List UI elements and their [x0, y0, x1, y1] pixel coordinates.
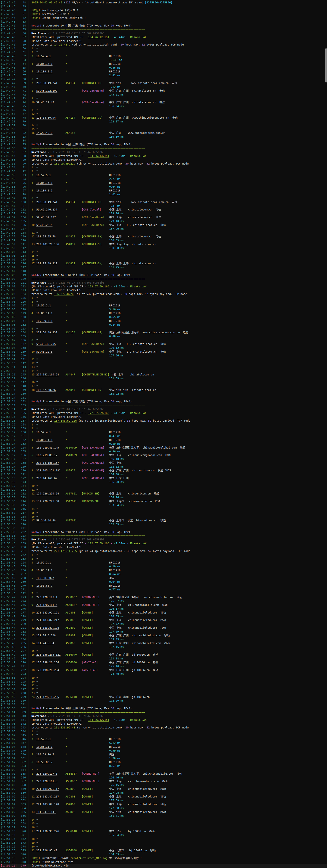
- log-line: [17:49:45]65 0.46 ms: [0, 66, 327, 70]
- line-content: 13 121.14.50.94 AS4134 [CHINANET-GD] 中国 …: [28, 116, 327, 120]
- log-segment: 中国 上海 I-C chinatelecom.cn 电信: [109, 350, 166, 353]
- log-segment: 2025-04-02 09:49:42: [31, 1, 62, 4]
- log-segment: RFC1918: [109, 312, 121, 315]
- log-segment: IP Geo Data Provider: LeoMoeAPI: [31, 288, 82, 292]
- log-segment: AS4134: [65, 331, 75, 334]
- gutter-timestamp: [17:50:55]: [0, 707, 17, 710]
- scrollbar-thumb[interactable]: [325, 48, 327, 83]
- gutter-line-number: 369: [17, 826, 26, 829]
- log-segment: 210.14.186.137: [36, 461, 59, 464]
- log-segment: AS9808: [65, 626, 75, 629]
- gutter-line-number: 283: [17, 633, 26, 638]
- log-line: [17:49:58]10811 *: [0, 231, 327, 235]
- log-segment: 174.30 ms: [109, 672, 124, 676]
- gutter-timestamp: [17:49:47]: [0, 81, 17, 85]
- gutter-timestamp: [17:50:33]: [0, 526, 17, 530]
- log-segment: 106.37.68.26: [54, 292, 73, 296]
- log-line: [17:50:17]1592 *: [0, 427, 327, 430]
- log-segment: 11: [31, 108, 35, 112]
- gutter-timestamp: [17:50:49]: [0, 649, 17, 653]
- gutter-timestamp: [17:50:18]: [0, 469, 17, 472]
- log-line: [17:50:04]1251 *: [0, 296, 327, 300]
- gutter-line-number: 291: [17, 664, 26, 668]
- log-segment: [31, 177, 109, 181]
- log-segment: [33, 584, 36, 587]
- gutter-line-number: 293: [17, 672, 26, 676]
- log-segment: 218.30.49.237: [36, 331, 58, 334]
- line-content: 20 *: [28, 845, 327, 848]
- gutter-timestamp: [17:51:16]: [0, 848, 17, 852]
- log-line: [17:49:45]623 10.52.4.1 * RFC1918: [0, 54, 327, 58]
- log-segment: -: [109, 411, 114, 414]
- log-segment: No:: [31, 143, 36, 146]
- line-content: 0.64 ms: [28, 185, 327, 189]
- line-content: 11 221.183.87.217 AS9808 [CMNET] 中国 上海 c…: [28, 795, 327, 799]
- log-segment: [77, 849, 82, 852]
- log-line: [17:51:13]371 155.64 ms: [0, 833, 327, 837]
- log-segment: [31, 442, 109, 445]
- log-line: [17:51:09]3579 223.120.161.5 AS58807 [CM…: [0, 779, 327, 783]
- gutter-timestamp: [17:49:55]: [0, 169, 17, 173]
- log-segment: *: [35, 108, 38, 112]
- log-segment: 2: [31, 300, 33, 303]
- line-content: 18 *: [28, 837, 327, 841]
- log-line: [17:49:59]110 130.53 ms: [0, 239, 327, 242]
- line-content: 0.47 ms: [28, 434, 327, 438]
- gutter-timestamp: [17:50:19]: [0, 484, 17, 488]
- log-line: [17:50:05]130 0.65 ms: [0, 315, 327, 319]
- gutter-line-number: 85: [17, 143, 26, 146]
- log-segment: 221.183.92.121: [36, 611, 59, 614]
- gutter-timestamp: [17:49:43]: [0, 4, 17, 8]
- line-content: 126.37 ms: [28, 599, 327, 603]
- log-segment: [53, 62, 66, 65]
- gutter-line-number: 102: [17, 208, 26, 212]
- log-segment: [35, 116, 36, 119]
- log-segment: [59, 803, 65, 806]
- log-segment: [67, 476, 82, 480]
- gutter-line-number: 84: [17, 139, 26, 143]
- line-content: 5 100.58.80.7 * 美国: [28, 576, 327, 580]
- log-segment: [53, 350, 66, 353]
- log-segment: [31, 833, 109, 837]
- log-segment: [31, 66, 109, 69]
- gutter-line-number: 350: [17, 753, 26, 756]
- log-segment: [103, 235, 109, 238]
- log-segment: 中国 北京 北京 chinatelecom.cn: [109, 388, 156, 392]
- log-segment: [33, 216, 36, 219]
- log-segment: 中国 广东 广州 chinaunicom.cn 联通 CUII: [109, 469, 171, 472]
- log-line: [17:50:18]171 154.88 ms: [0, 472, 327, 476]
- gutter-timestamp: [17:50:08]: [0, 354, 17, 358]
- line-content: 12 221.183.87.198 AS9808 [CMNET] 中国 上海 c…: [28, 802, 327, 806]
- log-segment: [67, 431, 82, 434]
- log-segment: [: [31, 16, 33, 20]
- gutter-timestamp: [17:50:17]: [0, 442, 17, 446]
- log-segment: [77, 695, 82, 699]
- gutter-line-number: 363: [17, 802, 26, 806]
- gutter-timestamp: [17:49:48]: [0, 104, 17, 108]
- log-line: [17:50:50]29218 120.198.26.254 AS56040 […: [0, 668, 327, 672]
- log-line: [17:49:43]53: [0, 20, 327, 24]
- log-segment: *: [33, 170, 38, 173]
- log-segment: RFC1918: [109, 62, 121, 65]
- log-segment: [56, 810, 66, 813]
- gutter-timestamp: [17:51:16]: [0, 864, 17, 868]
- log-segment: 30: [124, 292, 127, 296]
- line-content: 0.65 ms: [28, 315, 327, 319]
- log-segment: [33, 738, 36, 741]
- gutter-timestamp: [17:50:33]: [0, 530, 17, 534]
- line-content: 133.54 ms: [28, 503, 327, 507]
- gutter-line-number: 373: [17, 841, 26, 845]
- log-segment: RFC1918: [109, 761, 121, 764]
- log-segment: *: [35, 826, 38, 829]
- log-segment: [33, 779, 36, 783]
- log-segment: [77, 653, 82, 656]
- gutter-line-number: 60: [17, 46, 26, 51]
- log-segment: 127.59 ms: [109, 630, 124, 633]
- log-segment: 15: [31, 822, 35, 825]
- line-content: [信息] 回程路由路径已保存在 /root/AutoTrace_Mtr.log …: [28, 856, 327, 860]
- gutter-line-number: 121: [17, 281, 26, 285]
- log-segment: 中国 北京 www.chinatelecom.com.cn 电信: [109, 82, 177, 85]
- log-line: [17:51:15]37319 *: [0, 841, 327, 845]
- gutter-line-number: 354: [17, 768, 26, 772]
- log-line: [17:51:04]341[NextTrace API] preferred A…: [0, 718, 327, 722]
